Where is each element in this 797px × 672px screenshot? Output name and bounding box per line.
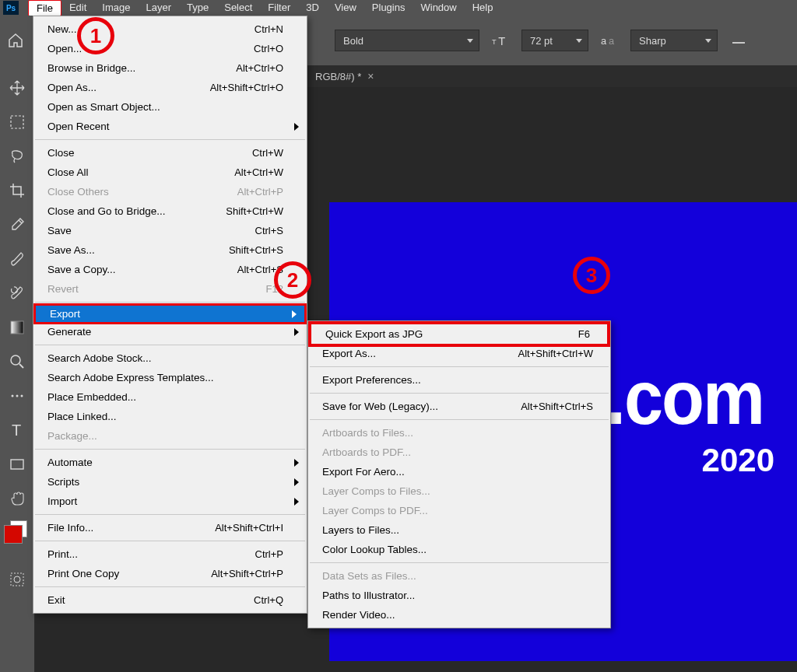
- zoom-tool-icon[interactable]: [6, 351, 28, 373]
- menu-item-search-adobe-stock[interactable]: Search Adobe Stock...: [33, 348, 307, 368]
- svg-point-6: [11, 355, 20, 365]
- menu-item-print-one-copy[interactable]: Print One CopyAlt+Shift+Ctrl+P: [33, 564, 307, 583]
- menu-item-new[interactable]: New...Ctrl+N: [33, 19, 307, 39]
- menubar-item-select[interactable]: Select: [216, 0, 260, 16]
- menu-item-shortcut: Alt+Shift+Ctrl+O: [210, 82, 283, 93]
- menu-item-file-info[interactable]: File Info...Alt+Shift+Ctrl+I: [33, 518, 307, 537]
- file-menu-dropdown: New...Ctrl+NOpen...Ctrl+OBrowse in Bridg…: [33, 16, 307, 614]
- menu-item-save-for-web-legacy[interactable]: Save for Web (Legacy)...Alt+Shift+Ctrl+S: [308, 397, 610, 416]
- hand-tool-icon[interactable]: [6, 488, 28, 509]
- menu-item-export-preferences[interactable]: Export Preferences...: [308, 370, 610, 390]
- menu-item-export[interactable]: Export: [33, 303, 307, 324]
- color-swatches[interactable]: [4, 525, 30, 556]
- menu-item-print[interactable]: Print...Ctrl+P: [33, 544, 307, 564]
- menu-item-shortcut: Shift+Ctrl+W: [226, 205, 283, 217]
- menu-item-close-all[interactable]: Close AllAlt+Ctrl+W: [33, 163, 307, 182]
- font-style-dropdown[interactable]: Bold: [335, 30, 479, 51]
- menu-item-place-linked[interactable]: Place Linked...: [33, 407, 307, 426]
- menu-item-label: Close All: [47, 166, 89, 178]
- menu-item-artboards-to-files: Artboards to Files...: [308, 423, 610, 443]
- menu-item-revert: RevertF12: [33, 279, 307, 299]
- menu-item-save[interactable]: SaveCtrl+S: [33, 221, 307, 240]
- menu-item-export-for-aero[interactable]: Export For Aero...: [308, 462, 610, 481]
- menu-item-generate[interactable]: Generate: [33, 322, 307, 341]
- lasso-tool-icon[interactable]: [6, 145, 28, 167]
- menu-item-label: Export Preferences...: [322, 374, 421, 386]
- menu-item-label: Automate: [47, 457, 93, 468]
- history-brush-tool-icon[interactable]: [6, 282, 28, 304]
- menu-item-label: Place Embedded...: [47, 391, 136, 403]
- menubar-item-image[interactable]: Image: [94, 0, 138, 16]
- move-tool-icon[interactable]: [6, 77, 28, 99]
- menubar-item-window[interactable]: Window: [413, 0, 464, 16]
- menu-item-import[interactable]: Import: [33, 492, 307, 511]
- svg-point-13: [14, 576, 20, 583]
- menu-item-exit[interactable]: ExitCtrl+Q: [33, 590, 307, 610]
- eyedropper-tool-icon[interactable]: [6, 214, 28, 236]
- rectangle-tool-icon[interactable]: [6, 453, 28, 475]
- ellipsis-icon[interactable]: [6, 385, 28, 407]
- menu-item-place-embedded[interactable]: Place Embedded...: [33, 387, 307, 407]
- crop-tool-icon[interactable]: [6, 180, 28, 201]
- menu-item-open-as-smart-object[interactable]: Open as Smart Object...: [33, 97, 307, 117]
- svg-text:a: a: [609, 35, 615, 47]
- menu-item-render-video[interactable]: Render Video...: [308, 605, 610, 625]
- menubar-item-plugins[interactable]: Plugins: [364, 0, 413, 16]
- export-submenu: Quick Export as JPGF6Export As...Alt+Shi…: [307, 320, 611, 628]
- font-size-dropdown[interactable]: 72 pt: [521, 30, 588, 51]
- menubar-item-filter[interactable]: Filter: [260, 0, 298, 16]
- menubar-item-file[interactable]: File: [28, 0, 61, 16]
- menu-item-label: Paths to Illustrator...: [322, 590, 415, 601]
- svg-point-9: [21, 395, 23, 397]
- submenu-arrow-icon: [292, 310, 297, 318]
- menu-item-shortcut: Alt+Shift+Ctrl+P: [211, 568, 283, 579]
- menu-item-save-as[interactable]: Save As...Shift+Ctrl+S: [33, 240, 307, 260]
- gradient-tool-icon[interactable]: [6, 317, 28, 338]
- menu-item-label: Artboards to Files...: [322, 427, 413, 439]
- document-tab-label: RGB/8#) *: [315, 71, 361, 82]
- menu-item-shortcut: Shift+Ctrl+S: [229, 244, 283, 256]
- close-icon[interactable]: ×: [367, 70, 374, 82]
- antialias-dropdown[interactable]: Sharp: [630, 30, 718, 51]
- menu-item-open-as[interactable]: Open As...Alt+Shift+Ctrl+O: [33, 78, 307, 97]
- menu-item-automate[interactable]: Automate: [33, 453, 307, 472]
- menu-item-label: Data Sets as Files...: [322, 570, 416, 582]
- menu-separator: [310, 419, 609, 420]
- menubar-item-view[interactable]: View: [327, 0, 364, 16]
- menu-item-export-as[interactable]: Export As...Alt+Shift+Ctrl+W: [308, 344, 610, 363]
- menu-item-layers-to-files[interactable]: Layers to Files...: [308, 520, 610, 540]
- menu-item-shortcut: Alt+Shift+Ctrl+S: [521, 401, 593, 412]
- menu-item-color-lookup-tables[interactable]: Color Lookup Tables...: [308, 540, 610, 559]
- menu-separator: [35, 345, 305, 345]
- menu-item-label: Layer Comps to Files...: [322, 485, 430, 497]
- menubar-item-layer[interactable]: Layer: [139, 0, 180, 16]
- menu-item-shortcut: Alt+Ctrl+W: [234, 166, 283, 178]
- marquee-tool-icon[interactable]: [6, 111, 28, 133]
- menu-item-scripts[interactable]: Scripts: [33, 472, 307, 492]
- menubar-item-edit[interactable]: Edit: [61, 0, 94, 16]
- menu-item-save-a-copy[interactable]: Save a Copy...Alt+Ctrl+S: [33, 260, 307, 279]
- antialias-icon: aa: [601, 32, 618, 49]
- menubar-item-type[interactable]: Type: [179, 0, 216, 16]
- menu-separator: [310, 393, 609, 394]
- menubar-item-help[interactable]: Help: [465, 0, 501, 16]
- brush-tool-icon[interactable]: [6, 248, 28, 270]
- paragraph-align-icon[interactable]: [730, 32, 747, 49]
- menu-item-browse-in-bridge[interactable]: Browse in Bridge...Alt+Ctrl+O: [33, 58, 307, 78]
- menubar-item-3d[interactable]: 3D: [298, 0, 327, 16]
- menu-item-search-adobe-express-templates[interactable]: Search Adobe Express Templates...: [33, 368, 307, 387]
- home-icon[interactable]: [6, 32, 25, 49]
- menu-item-label: Print One Copy: [47, 568, 119, 579]
- menu-separator: [310, 562, 609, 563]
- menu-item-label: Layer Comps to PDF...: [322, 505, 428, 516]
- quick-mask-icon[interactable]: [6, 569, 28, 590]
- toolbar: T: [0, 65, 35, 672]
- menu-item-close-and-go-to-bridge[interactable]: Close and Go to Bridge...Shift+Ctrl+W: [33, 201, 307, 221]
- menu-separator: [35, 449, 305, 450]
- menu-item-open[interactable]: Open...Ctrl+O: [33, 39, 307, 58]
- menu-item-paths-to-illustrator[interactable]: Paths to Illustrator...: [308, 586, 610, 605]
- antialias-value: Sharp: [639, 35, 666, 47]
- menu-item-open-recent[interactable]: Open Recent: [33, 117, 307, 136]
- type-tool-icon[interactable]: T: [6, 419, 28, 441]
- menu-item-close[interactable]: CloseCtrl+W: [33, 143, 307, 163]
